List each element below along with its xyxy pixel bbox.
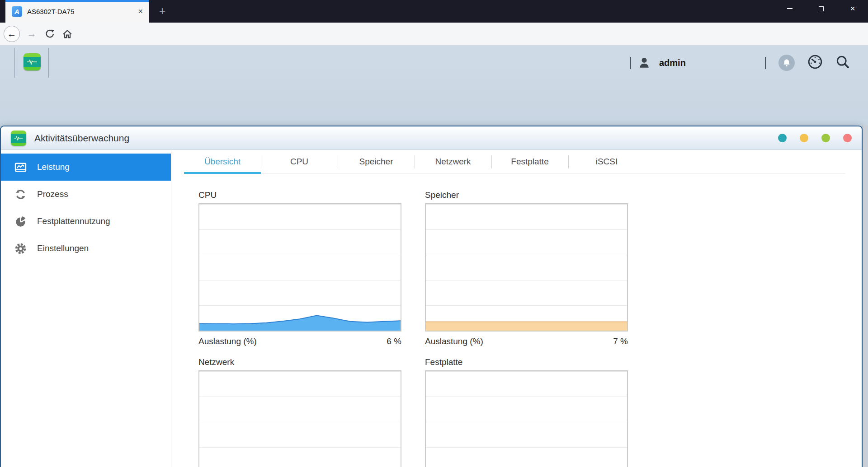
- taskbar-separator: [14, 48, 15, 78]
- activity-monitor-window: Aktivitätsüberwachung: [0, 126, 863, 467]
- browser-tab[interactable]: A AS6302T-DA75 ×: [5, 0, 149, 23]
- tab-iscsi[interactable]: iSCSI: [568, 150, 645, 173]
- memory-panel: Speicher Auslastung (%) 7 %: [425, 190, 628, 347]
- sidebar: Leistung Prozess: [1, 150, 171, 467]
- window-title: Aktivitätsüberwachung: [34, 133, 129, 144]
- gear-icon: [14, 243, 27, 255]
- home-button[interactable]: [59, 26, 75, 42]
- browser-toolbar: ← → 192.168.178.52:8000/portal/index.cgi…: [0, 23, 868, 45]
- forward-arrow-icon: →: [27, 28, 37, 40]
- browser-tab-title: AS6302T-DA75: [27, 8, 136, 15]
- activity-monitor-taskbar-icon[interactable]: [24, 53, 41, 70]
- window-minimize-button[interactable]: [779, 0, 801, 17]
- speedometer-icon: [807, 54, 823, 70]
- tab-close-icon[interactable]: ×: [136, 7, 145, 16]
- ekg-line-icon: [13, 135, 24, 141]
- user-icon: [638, 56, 651, 69]
- sidebar-item-prozess[interactable]: Prozess: [1, 181, 171, 208]
- window-controls: [778, 134, 852, 142]
- user-menu[interactable]: admin: [630, 54, 686, 71]
- activity-monitor-app-icon: [11, 131, 26, 146]
- header-icons: [765, 53, 850, 72]
- main-content: Übersicht CPU Speicher Netzwerk Festplat…: [171, 150, 862, 467]
- cpu-panel: CPU Auslastung (%) 6 %: [198, 190, 401, 347]
- taskbar-separator: [48, 48, 49, 78]
- notifications-button[interactable]: [778, 55, 795, 71]
- back-arrow-icon: ←: [7, 28, 17, 39]
- memory-chart: [425, 203, 628, 332]
- disk-panel-title: Festplatte: [425, 357, 628, 367]
- system-monitor-button[interactable]: [807, 54, 823, 71]
- cpu-current-value: 6 %: [387, 336, 401, 346]
- home-icon: [62, 29, 72, 39]
- logged-in-user: admin: [659, 58, 686, 68]
- memory-metric-label: Auslastung (%): [425, 336, 483, 346]
- tab-netzwerk[interactable]: Netzwerk: [415, 150, 491, 173]
- window-titlebar[interactable]: Aktivitätsüberwachung: [1, 126, 862, 150]
- memory-current-value: 7 %: [613, 336, 628, 346]
- disk-usage-pie-icon: [14, 215, 27, 228]
- window-dot-green[interactable]: [821, 134, 830, 142]
- cpu-metric-label: Auslastung (%): [198, 336, 257, 346]
- minimize-icon: [787, 8, 793, 9]
- tab-uebersicht[interactable]: Übersicht: [184, 150, 261, 173]
- browser-tab-bar: A AS6302T-DA75 × + ×: [0, 0, 868, 23]
- reload-icon: [45, 29, 55, 39]
- charts-grid: CPU Auslastung (%) 6 % Speicher: [171, 174, 849, 467]
- window-maximize-button[interactable]: [810, 0, 832, 17]
- performance-chart-icon: [14, 161, 27, 173]
- window-close-button[interactable]: ×: [842, 0, 863, 17]
- sidebar-item-label: Einstellungen: [37, 243, 89, 253]
- memory-panel-title: Speicher: [425, 190, 628, 200]
- tab-festplatte[interactable]: Festplatte: [491, 150, 568, 173]
- cpu-chart: [198, 203, 401, 332]
- network-chart: [198, 370, 401, 467]
- sidebar-item-festplattennutzung[interactable]: Festplattennutzung: [1, 208, 171, 235]
- ekg-line-icon: [25, 59, 39, 65]
- network-panel-title: Netzwerk: [198, 357, 401, 367]
- network-panel: Netzwerk 1 KB/s: [198, 357, 401, 467]
- tab-cpu[interactable]: CPU: [261, 150, 338, 173]
- header-separator: [630, 57, 631, 69]
- sidebar-item-label: Festplattennutzung: [37, 216, 110, 226]
- view-tabs: Übersicht CPU Speicher Netzwerk Festplat…: [184, 150, 845, 174]
- disk-panel: Festplatte 0 KB/s: [425, 357, 628, 467]
- new-tab-button[interactable]: +: [156, 5, 169, 18]
- bell-icon: [782, 58, 792, 68]
- sidebar-item-einstellungen[interactable]: Einstellungen: [1, 235, 171, 262]
- window-dot-teal[interactable]: [778, 134, 787, 142]
- forward-button[interactable]: →: [24, 26, 40, 42]
- window-scrollbar[interactable]: [863, 126, 868, 467]
- adm-desktop: admin: [0, 45, 868, 467]
- site-favicon: A: [12, 6, 22, 17]
- sidebar-item-leistung[interactable]: Leistung: [1, 154, 171, 181]
- tab-speicher[interactable]: Speicher: [338, 150, 415, 173]
- header-separator: [765, 57, 766, 69]
- back-button[interactable]: ←: [4, 26, 20, 42]
- window-dot-red[interactable]: [843, 134, 852, 142]
- global-search-button[interactable]: [835, 55, 850, 71]
- cpu-panel-title: CPU: [198, 190, 401, 200]
- sidebar-item-label: Prozess: [37, 189, 68, 199]
- sidebar-item-label: Leistung: [37, 162, 70, 172]
- disk-chart: [425, 370, 628, 467]
- search-icon: [835, 55, 850, 69]
- reload-button[interactable]: [42, 26, 58, 42]
- process-sync-icon: [14, 188, 27, 201]
- maximize-icon: [819, 6, 824, 11]
- window-dot-yellow[interactable]: [800, 134, 808, 142]
